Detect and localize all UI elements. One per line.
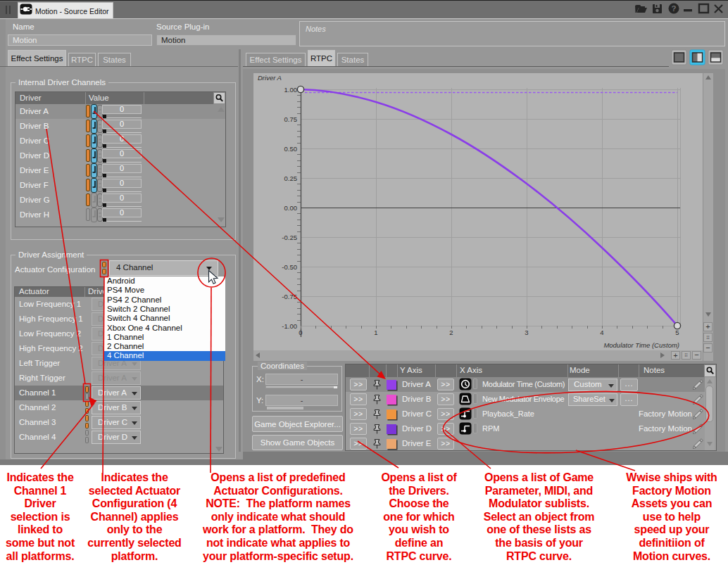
svg-text:0.50: 0.50 bbox=[284, 145, 298, 153]
svg-text:0.25: 0.25 bbox=[284, 174, 298, 182]
svg-text:?: ? bbox=[671, 4, 676, 13]
svg-text:1: 1 bbox=[374, 329, 377, 336]
svg-text:2: 2 bbox=[449, 329, 453, 336]
svg-text:Driver A: Driver A bbox=[258, 74, 282, 82]
svg-text:-0.25: -0.25 bbox=[282, 234, 297, 241]
svg-text:3: 3 bbox=[525, 329, 528, 336]
svg-text:1.00: 1.00 bbox=[284, 86, 298, 94]
svg-text:4: 4 bbox=[600, 329, 603, 336]
svg-text:0: 0 bbox=[299, 329, 302, 336]
svg-text:5: 5 bbox=[675, 329, 679, 336]
svg-text:0.00: 0.00 bbox=[284, 204, 298, 212]
svg-text:0.75: 0.75 bbox=[284, 115, 298, 123]
svg-text:-0.50: -0.50 bbox=[282, 263, 297, 271]
svg-text:Modulator Time (Custom): Modulator Time (Custom) bbox=[603, 341, 679, 349]
svg-text:-1.00: -1.00 bbox=[282, 322, 297, 330]
svg-text:-0.75: -0.75 bbox=[282, 293, 297, 300]
